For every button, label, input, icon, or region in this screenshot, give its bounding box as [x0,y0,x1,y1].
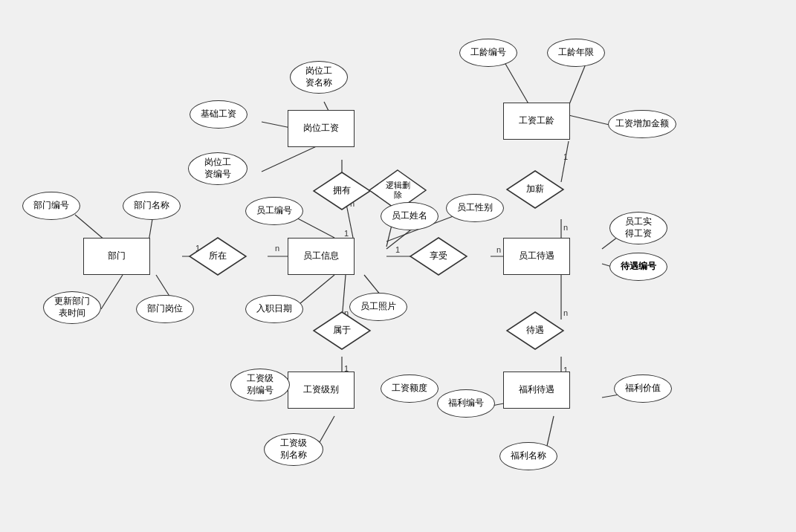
attr-seniority-year: 工龄年限 [547,39,605,67]
attr-grade-id: 工资级别编号 [230,369,290,401]
attr-welfare-val: 福利价值 [614,374,672,403]
attr-dept-name: 部门名称 [123,192,181,220]
attr-emp-gender: 员工性别 [446,194,504,222]
entity-emp-treatment-label: 员工待遇 [519,250,554,262]
attr-salary-inc: 工资增加金额 [608,110,676,138]
attr-salary-amount: 工资额度 [381,374,439,403]
entity-welfare-label: 福利待遇 [519,384,554,396]
svg-line-11 [262,145,320,172]
entity-emp-info-label: 员工信息 [303,250,339,262]
svg-line-34 [547,416,554,446]
attr-treatment-id: 待遇编号 [609,253,667,281]
entity-emp-treatment: 员工待遇 [503,238,570,275]
rel-jiajian: 加薪 [505,169,565,210]
attr-welfare-name: 福利名称 [499,442,557,470]
svg-text:1: 1 [563,152,568,161]
entity-welfare: 福利待遇 [503,372,570,409]
attr-emp-name: 员工姓名 [381,202,439,230]
rel-suozai: 所在 [188,236,247,276]
svg-line-2 [101,275,123,309]
entity-salary-grade: 工资级别 [288,372,355,409]
attr-emp-actual: 员工实得工资 [609,212,667,244]
rel-pengyou: 拥有 [312,171,372,211]
attr-emp-join: 入职日期 [245,295,303,323]
attr-dept-update: 更新部门表时间 [43,291,101,324]
attr-welfare-id: 福利编号 [437,389,495,418]
svg-text:n: n [563,223,568,232]
attr-emp-id: 员工编号 [245,197,303,225]
entity-dept-label: 部门 [108,250,126,262]
attr-base-salary: 基础工资 [190,100,247,129]
entity-dept: 部门 [83,238,150,275]
attr-grade-name: 工资级别名称 [264,433,323,466]
entity-salary-exp-label: 工资工龄 [519,115,554,127]
svg-text:1: 1 [344,229,349,238]
rel-daiyu: 待遇 [505,311,565,351]
svg-text:n: n [496,245,501,254]
attr-post-salary-id: 岗位工资编号 [188,152,247,185]
attr-dept-id: 部门编号 [22,192,80,220]
entity-post-salary: 岗位工资 [288,110,355,147]
attr-seniority-id: 工龄编号 [459,39,517,67]
rel-xiangshuo: 享受 [409,236,468,276]
attr-dept-post: 部门岗位 [136,295,194,323]
entity-salary-exp: 工资工龄 [503,103,570,140]
entity-emp-info: 员工信息 [288,238,355,275]
er-diagram: 1 n 1 n 1 n 1 n n 1 n 1 部门 员工信息 岗位工资 工资级… [0,0,796,532]
attr-post-salary-name: 岗位工资名称 [290,61,348,94]
entity-salary-grade-label: 工资级别 [303,384,339,396]
svg-text:1: 1 [395,245,400,254]
attr-emp-photo: 员工照片 [349,293,407,321]
svg-text:n: n [275,244,279,253]
entity-post-salary-label: 岗位工资 [303,123,339,134]
